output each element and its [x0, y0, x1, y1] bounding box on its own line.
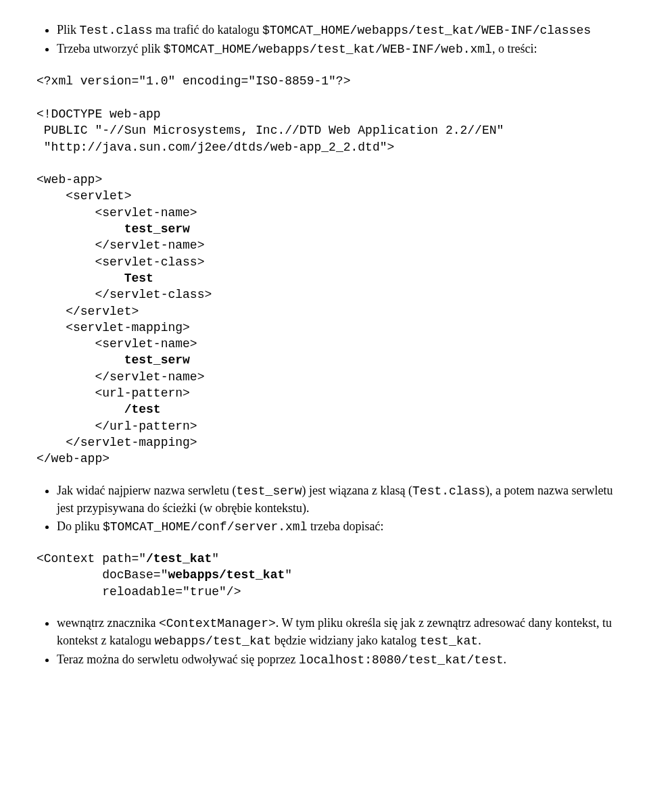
code-inline: test_serw	[236, 484, 302, 498]
code-inline: webapps/test_kat	[154, 634, 271, 648]
code-bold: test_serw	[124, 222, 190, 236]
code-line: <Context path="	[37, 552, 146, 565]
list-item: Teraz można do serwletu odwoływać się po…	[57, 651, 622, 669]
text: Trzeba utworzyć plik	[57, 42, 164, 55]
text: będzie widziany jako katalog	[271, 634, 419, 647]
code-indent	[37, 353, 124, 367]
code-bold: webapps/test_kat	[168, 568, 285, 582]
code-line: <?xml version="1.0" encoding="ISO-8859-1…	[37, 74, 350, 88]
code-line: reloadable="true"/>	[37, 585, 241, 599]
code-inline: <ContextManager>	[159, 617, 276, 630]
text: , o treści:	[492, 42, 537, 55]
code-line: <url-pattern>	[37, 386, 190, 400]
text: Teraz można do serwletu odwoływać się po…	[57, 653, 299, 666]
list-item: Trzeba utworzyć plik $TOMCAT_HOME/webapp…	[57, 41, 622, 58]
list-item: Jak widać najpierw nazwa serwletu (test_…	[57, 482, 622, 517]
code-line: <web-app>	[37, 173, 102, 186]
text: trzeba dopisać:	[307, 519, 383, 533]
code-bold: Test	[124, 272, 153, 285]
code-block-2: <Context path="/test_kat" docBase="webap…	[37, 551, 622, 600]
bullet-list-3: wewnątrz znacznika <ContextManager>. W t…	[27, 615, 622, 669]
code-indent	[37, 403, 124, 416]
code-line: <!DOCTYPE web-app	[37, 107, 161, 121]
code-line: </servlet-name>	[37, 238, 204, 252]
text: Plik	[57, 23, 80, 36]
code-indent	[37, 272, 124, 285]
code-bold: /test_kat	[146, 552, 212, 565]
list-item: Plik Test.class ma trafić do katalogu $T…	[57, 22, 622, 39]
list-item: wewnątrz znacznika <ContextManager>. W t…	[57, 615, 622, 650]
code-inline: Test.class	[412, 484, 485, 498]
code-line: <servlet-name>	[37, 206, 197, 220]
code-line: "	[212, 552, 219, 565]
bullet-list-1: Plik Test.class ma trafić do katalogu $T…	[27, 22, 622, 58]
code-line: <servlet-name>	[37, 337, 197, 351]
text: .	[504, 653, 507, 666]
code-inline: $TOMCAT_HOME/conf/server.xml	[103, 520, 307, 534]
text: ) jest wiązana z klasą (	[302, 484, 412, 497]
code-inline: test_kat	[420, 634, 478, 648]
bullet-list-2: Jak widać najpierw nazwa serwletu (test_…	[27, 482, 622, 536]
code-inline: localhost:8080/test_kat/test	[299, 653, 503, 667]
code-line: </servlet>	[37, 305, 139, 318]
code-line: "http://java.sun.com/j2ee/dtds/web-app_2…	[37, 141, 394, 154]
text: Do pliku	[57, 519, 103, 533]
text: wewnątrz znacznika	[57, 616, 159, 630]
code-line: docBase="	[37, 568, 168, 582]
code-line: </servlet-mapping>	[37, 436, 197, 449]
code-line: </web-app>	[37, 452, 110, 465]
code-bold: test_serw	[124, 353, 190, 367]
text: .	[478, 634, 481, 647]
code-block-1: <?xml version="1.0" encoding="ISO-8859-1…	[37, 73, 622, 467]
code-line: <servlet-mapping>	[37, 321, 190, 334]
code-inline: Test.class	[80, 24, 153, 37]
code-indent	[37, 222, 124, 236]
code-line: <servlet-class>	[37, 255, 204, 269]
code-inline: $TOMCAT_HOME/webapps/test_kat/WEB-INF/cl…	[262, 24, 591, 37]
code-bold: /test	[124, 403, 161, 416]
code-line: "	[285, 568, 292, 582]
code-line: </url-pattern>	[37, 420, 197, 433]
code-line: </servlet-name>	[37, 370, 204, 384]
code-line: PUBLIC "-//Sun Microsystems, Inc.//DTD W…	[37, 124, 504, 137]
code-line: </servlet-class>	[37, 288, 212, 301]
code-inline: $TOMCAT_HOME/webapps/test_kat/WEB-INF/we…	[164, 43, 492, 56]
text: ma trafić do katalogu	[153, 23, 262, 36]
text: Jak widać najpierw nazwa serwletu (	[57, 484, 236, 497]
list-item: Do pliku $TOMCAT_HOME/conf/server.xml tr…	[57, 518, 622, 536]
code-line: <servlet>	[37, 189, 131, 203]
